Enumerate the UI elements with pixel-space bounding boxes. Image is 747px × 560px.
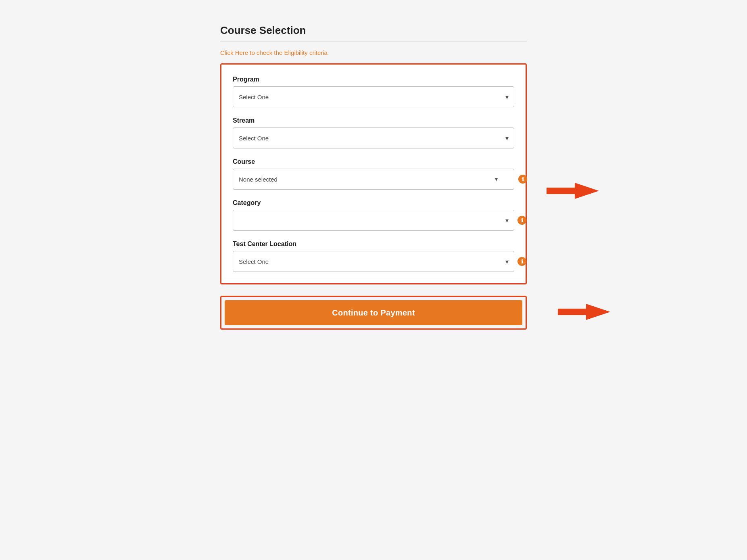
category-select-wrapper: ▾ ℹ bbox=[233, 210, 514, 231]
program-select[interactable]: Select One bbox=[233, 86, 514, 107]
test-center-select[interactable]: Select One bbox=[233, 251, 514, 272]
form-card: Program Select One ▾ Stream Select One ▾… bbox=[220, 63, 527, 284]
stream-select[interactable]: Select One bbox=[233, 127, 514, 148]
continue-to-payment-button[interactable]: Continue to Payment bbox=[225, 300, 522, 325]
course-label: Course bbox=[233, 158, 514, 165]
svg-marker-0 bbox=[547, 183, 599, 199]
stream-field-group: Stream Select One ▾ bbox=[233, 117, 514, 148]
course-placeholder-text: None selected bbox=[239, 176, 278, 183]
course-arrow-annotation bbox=[547, 182, 599, 201]
category-label: Category bbox=[233, 199, 514, 207]
test-center-select-wrapper: Select One ▾ ℹ bbox=[233, 251, 514, 272]
stream-label: Stream bbox=[233, 117, 514, 124]
program-field-group: Program Select One ▾ bbox=[233, 76, 514, 107]
eligibility-link[interactable]: Click Here to check the Eligibility crit… bbox=[220, 49, 328, 56]
course-multiselect-wrapper: None selected ▾ ℹ bbox=[233, 169, 514, 190]
course-chevron-icon: ▾ bbox=[495, 176, 498, 182]
program-select-wrapper: Select One ▾ bbox=[233, 86, 514, 107]
button-red-arrow bbox=[558, 303, 610, 321]
program-label: Program bbox=[233, 76, 514, 83]
title-divider bbox=[220, 42, 527, 42]
button-area: Continue to Payment bbox=[220, 296, 527, 330]
course-multiselect-btn[interactable]: None selected ▾ bbox=[233, 169, 514, 190]
category-info-icon[interactable]: ℹ bbox=[517, 216, 526, 225]
page-wrapper: Course Selection Click Here to check the… bbox=[220, 24, 527, 330]
test-center-info-icon[interactable]: ℹ bbox=[517, 257, 526, 266]
course-red-arrow bbox=[547, 182, 599, 200]
category-select[interactable] bbox=[233, 210, 514, 231]
category-field-group: Category ▾ ℹ bbox=[233, 199, 514, 231]
svg-marker-1 bbox=[558, 304, 610, 320]
test-center-label: Test Center Location bbox=[233, 240, 514, 248]
button-arrow-annotation bbox=[558, 303, 610, 322]
page-title: Course Selection bbox=[220, 24, 527, 37]
course-field-group: Course None selected ▾ ℹ bbox=[233, 158, 514, 190]
test-center-field-group: Test Center Location Select One ▾ ℹ bbox=[233, 240, 514, 272]
course-info-icon[interactable]: ℹ bbox=[518, 175, 527, 184]
stream-select-wrapper: Select One ▾ bbox=[233, 127, 514, 148]
